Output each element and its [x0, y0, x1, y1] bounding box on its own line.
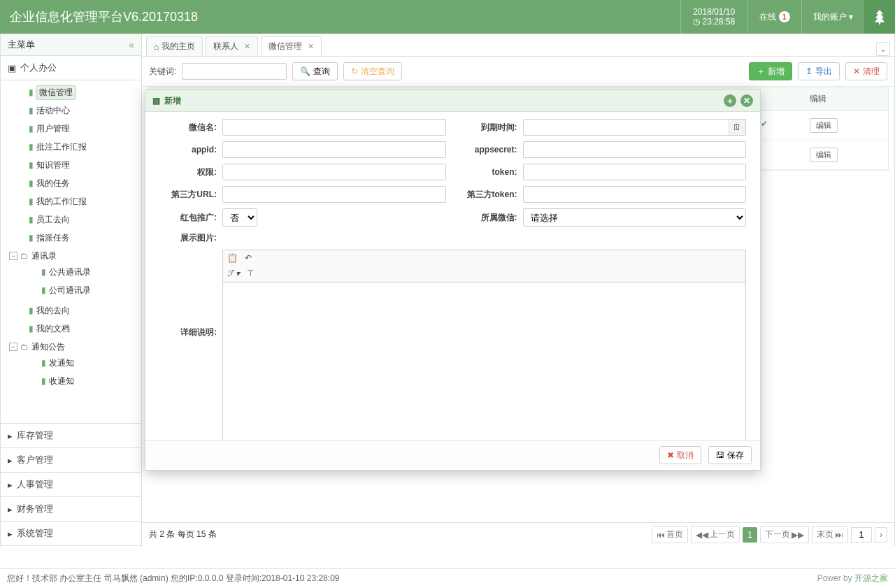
pager-go[interactable]: › [875, 527, 887, 543]
tree-mytask[interactable]: ▮我的任务 [1, 176, 141, 190]
tree-recv-notice[interactable]: ▮收通知 [1, 374, 141, 388]
header-online[interactable]: 在线1 [747, 0, 801, 34]
label-red: 红包推广: [159, 212, 222, 224]
tree-mygo[interactable]: ▮我的去向 [1, 303, 141, 317]
pager-first[interactable]: ⏮首页 [652, 526, 688, 543]
collapse-box-icon[interactable]: − [9, 252, 17, 260]
input-token[interactable] [523, 164, 747, 180]
tree-wechat[interactable]: ▮微信管理 [1, 85, 141, 99]
tree-notice[interactable]: −🗀通知公告 [1, 340, 141, 354]
dialog-maximize-button[interactable]: ＋ [724, 94, 736, 107]
calendar-icon[interactable]: 🗓 [728, 119, 746, 136]
keyword-label: 关键词: [149, 66, 176, 78]
editor-paste-icon[interactable]: 📋 [227, 253, 238, 263]
header-time: ◷ 23:28:58 [693, 17, 735, 27]
sidebar-section-system[interactable]: ▸系统管理 [1, 522, 141, 545]
file-icon: ▮ [41, 285, 46, 295]
input-appsecret[interactable] [523, 141, 747, 158]
tree-company-contacts[interactable]: ▮公司通讯录 [1, 283, 141, 297]
pager-current[interactable]: 1 [743, 527, 757, 543]
label-belong: 所属微信: [460, 212, 523, 224]
last-icon: ⏭ [835, 530, 843, 540]
close-icon[interactable]: ✕ [308, 42, 314, 51]
clean-button[interactable]: ✕清理 [845, 62, 887, 80]
save-button[interactable]: 🖫保存 [708, 446, 752, 464]
tree-activity[interactable]: ▮活动中心 [1, 103, 141, 117]
query-button[interactable]: 🔍查询 [292, 62, 338, 80]
play-icon: ▸ [8, 431, 13, 441]
tree-send-notice[interactable]: ▮发通知 [1, 356, 141, 370]
input-perm[interactable] [222, 164, 446, 180]
grid-footer: 共 2 条 每页 15 条 ⏮首页 ◀◀上一页 1 下一页▶▶ 末页⏭ › [142, 522, 894, 546]
input-thirdtoken[interactable] [523, 186, 747, 203]
input-appid[interactable] [222, 141, 446, 158]
label-wxname: 微信名: [159, 122, 222, 134]
edit-button[interactable]: 编辑 [810, 148, 838, 162]
sidebar-section-inventory[interactable]: ▸库存管理 [1, 424, 141, 448]
app-header: 企业信息化管理平台V6.20170318 2018/01/10 ◷ 23:28:… [0, 0, 895, 34]
sidebar-tree: ▮微信管理 ▮活动中心 ▮用户管理 ▮批注工作汇报 ▮知识管理 ▮我的任务 ▮我… [1, 80, 141, 424]
pager-next[interactable]: 下一页▶▶ [760, 526, 809, 543]
header-tree-button[interactable] [864, 0, 895, 34]
input-wxname[interactable] [222, 119, 446, 136]
collapse-box-icon[interactable]: − [9, 343, 17, 351]
close-icon[interactable]: ✕ [244, 42, 250, 51]
file-icon: ▮ [29, 178, 34, 188]
export-button[interactable]: ↥导出 [798, 62, 840, 80]
col-edit[interactable]: 编辑 [804, 87, 867, 110]
grid-icon: ▦ [152, 96, 160, 106]
sidebar-section-customer[interactable]: ▸客户管理 [1, 448, 141, 473]
editor-font-icon[interactable]: ℱ ▾ [227, 268, 240, 279]
file-icon: ▮ [29, 124, 34, 134]
tab-more-button[interactable]: ⌄ [876, 42, 890, 56]
edit-button[interactable]: 编辑 [810, 118, 838, 133]
tree-note[interactable]: ▮批注工作汇报 [1, 140, 141, 154]
tree-contacts[interactable]: −🗀通讯录 [1, 249, 141, 263]
tab-contact[interactable]: 联系人✕ [206, 36, 258, 56]
dialog-header[interactable]: ▦新增 ＋ ✕ [145, 90, 760, 112]
pager-last[interactable]: 末页⏭ [812, 526, 848, 543]
editor-size-icon[interactable]: ⊤ [247, 268, 254, 279]
file-icon: ▮ [41, 267, 46, 277]
pager: ⏮首页 ◀◀上一页 1 下一页▶▶ 末页⏭ › [652, 526, 887, 543]
file-icon: ▮ [29, 160, 34, 170]
pager-input[interactable] [851, 527, 872, 543]
keyword-input[interactable] [182, 63, 287, 80]
tab-wechat[interactable]: 微信管理✕ [261, 36, 322, 56]
file-icon: ▮ [29, 87, 34, 97]
input-url[interactable] [222, 186, 446, 203]
label-appsecret: appsecret: [460, 145, 523, 155]
select-belong[interactable]: 请选择 [523, 208, 747, 227]
folder-icon: 🗀 [20, 342, 29, 352]
cancel-button[interactable]: ✖取消 [659, 446, 701, 464]
file-icon: ▮ [29, 233, 34, 243]
check-icon: ✔ [761, 119, 768, 129]
home-icon: ⌂ [154, 42, 159, 52]
clear-query-button[interactable]: ↻清空查询 [343, 62, 402, 80]
tree-user[interactable]: ▮用户管理 [1, 122, 141, 136]
editor-undo-icon[interactable]: ↶ [245, 253, 252, 263]
sidebar-section-hr[interactable]: ▸人事管理 [1, 473, 141, 497]
tree-assign[interactable]: ▮指派任务 [1, 231, 141, 245]
sidebar-section-personal[interactable]: ▣ 个人办公 [1, 56, 141, 80]
tree-public-contacts[interactable]: ▮公共通讯录 [1, 265, 141, 279]
tab-home[interactable]: ⌂我的主页 [146, 36, 203, 56]
sidebar-section-finance[interactable]: ▸财务管理 [1, 497, 141, 522]
editor-textarea[interactable] [222, 282, 746, 440]
pager-prev[interactable]: ◀◀上一页 [691, 526, 740, 543]
dialog-title: 新增 [164, 95, 181, 107]
tree-knowledge[interactable]: ▮知识管理 [1, 158, 141, 172]
select-red[interactable]: 否 [222, 208, 257, 227]
header-account[interactable]: 我的账户 ▾ [801, 0, 864, 34]
header-date: 2018/01/10 [693, 7, 735, 17]
tree-staff[interactable]: ▮员工去向 [1, 213, 141, 227]
dialog-body: 微信名: 到期时间:🗓 appid: appsecret: 权限: token:… [145, 112, 760, 440]
dialog-close-button[interactable]: ✕ [740, 94, 753, 107]
collapse-icon[interactable]: « [129, 39, 134, 50]
add-button[interactable]: ＋新增 [749, 62, 792, 80]
input-exp[interactable] [523, 119, 747, 136]
label-desc: 详细说明: [159, 327, 222, 338]
tree-myreport[interactable]: ▮我的工作汇报 [1, 194, 141, 208]
tree-mydoc[interactable]: ▮我的文档 [1, 322, 141, 336]
play-icon: ▸ [8, 529, 13, 539]
